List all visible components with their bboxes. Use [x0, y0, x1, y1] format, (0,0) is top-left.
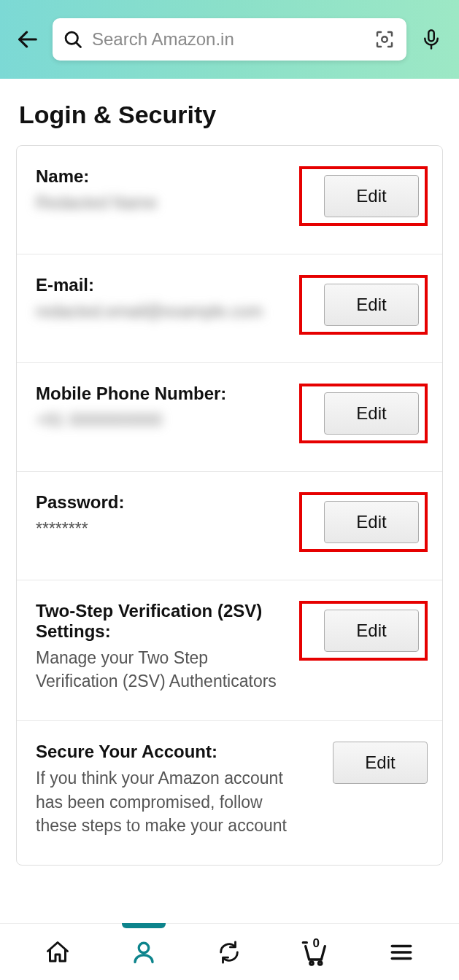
- setting-label: E-mail:: [36, 275, 288, 295]
- setting-value-secure: If you think your Amazon account has bee…: [36, 766, 299, 837]
- svg-point-7: [310, 961, 313, 964]
- edit-password-button[interactable]: Edit: [324, 501, 419, 543]
- bottom-nav: 0: [0, 923, 459, 980]
- setting-row-twostep: Two-Step Verification (2SV) Settings: Ma…: [17, 580, 442, 721]
- microphone-icon: [420, 28, 442, 50]
- svg-line-2: [76, 42, 80, 47]
- svg-point-6: [139, 943, 149, 953]
- nav-menu[interactable]: [379, 930, 423, 974]
- setting-label: Mobile Phone Number:: [36, 384, 288, 404]
- back-button[interactable]: [13, 25, 42, 54]
- voice-search-button[interactable]: [417, 25, 446, 54]
- setting-value-password: ********: [36, 517, 288, 540]
- menu-icon: [389, 940, 414, 965]
- refresh-icon: [217, 940, 242, 965]
- user-icon: [131, 939, 157, 965]
- setting-label: Password:: [36, 492, 288, 513]
- setting-label: Two-Step Verification (2SV) Settings:: [36, 601, 288, 642]
- setting-value-mobile: +91 0000000000: [36, 408, 288, 432]
- cart-count-badge: 0: [312, 936, 319, 951]
- page-title: Login & Security: [0, 79, 459, 145]
- highlight-box: Edit: [299, 384, 428, 443]
- login-security-card: Name: Redacted Name Edit E-mail: redacte…: [16, 145, 443, 866]
- search-bar[interactable]: [53, 18, 406, 61]
- camera-scan-icon[interactable]: [373, 28, 396, 51]
- svg-point-3: [382, 36, 387, 42]
- setting-row-name: Name: Redacted Name Edit: [17, 146, 442, 254]
- edit-wrap: Edit: [311, 742, 428, 784]
- search-input[interactable]: [92, 29, 364, 50]
- setting-value-email: redacted.email@example.com: [36, 300, 288, 323]
- svg-rect-4: [428, 31, 434, 42]
- setting-value-name: Redacted Name: [36, 191, 288, 214]
- nav-refresh[interactable]: [207, 930, 251, 974]
- nav-cart[interactable]: 0: [293, 930, 337, 974]
- highlight-box: Edit: [299, 601, 428, 661]
- edit-email-button[interactable]: Edit: [324, 284, 419, 326]
- setting-row-secure: Secure Your Account: If you think your A…: [17, 721, 442, 865]
- setting-label: Secure Your Account:: [36, 742, 299, 762]
- setting-row-email: E-mail: redacted.email@example.com Edit: [17, 254, 442, 363]
- search-icon: [63, 29, 83, 50]
- highlight-box: Edit: [299, 166, 428, 226]
- app-header: [0, 0, 459, 79]
- edit-twostep-button[interactable]: Edit: [324, 610, 419, 652]
- highlight-box: Edit: [299, 492, 428, 552]
- edit-name-button[interactable]: Edit: [324, 175, 419, 217]
- setting-row-mobile: Mobile Phone Number: +91 0000000000 Edit: [17, 363, 442, 472]
- setting-value-twostep: Manage your Two Step Verification (2SV) …: [36, 646, 288, 693]
- home-icon: [45, 939, 71, 965]
- nav-home[interactable]: [36, 930, 80, 974]
- setting-label: Name:: [36, 166, 288, 187]
- setting-row-password: Password: ******** Edit: [17, 472, 442, 580]
- arrow-left-icon: [15, 27, 40, 52]
- edit-mobile-button[interactable]: Edit: [324, 392, 419, 435]
- nav-account[interactable]: [122, 930, 166, 974]
- svg-point-8: [319, 961, 322, 964]
- highlight-box: Edit: [299, 275, 428, 335]
- edit-secure-button[interactable]: Edit: [333, 742, 428, 784]
